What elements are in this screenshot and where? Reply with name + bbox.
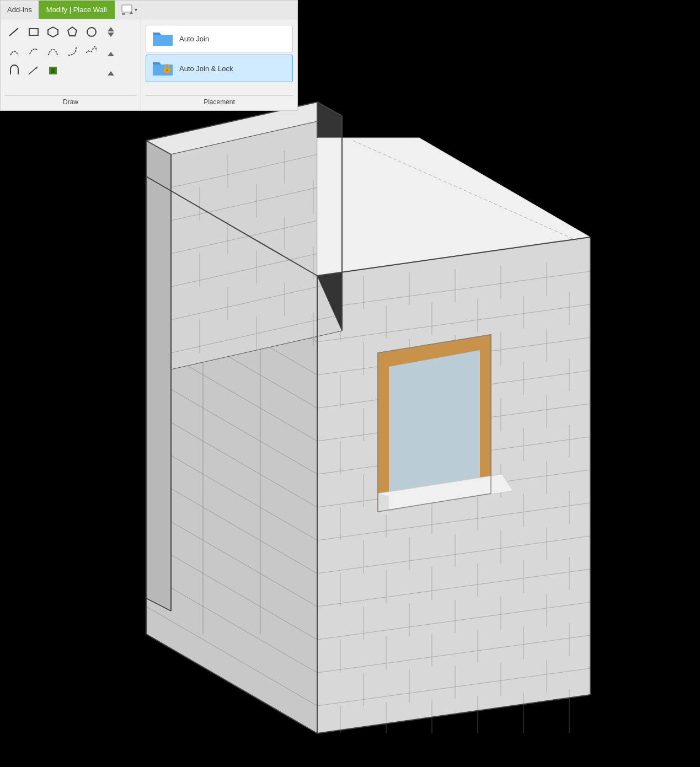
svg-point-165	[87, 28, 96, 36]
tool-pentagon[interactable]	[63, 23, 82, 41]
placement-section: Auto Join	[141, 19, 297, 110]
svg-marker-164	[68, 27, 77, 36]
tab-dropdown[interactable]: ▾	[118, 2, 141, 18]
svg-marker-167	[108, 33, 114, 37]
svg-rect-159	[122, 13, 125, 15]
tool-polygon[interactable]	[44, 23, 62, 41]
tool-empty-2	[82, 61, 101, 80]
dropdown-arrow: ▾	[135, 7, 137, 13]
tool-partial-ellipse[interactable]	[5, 61, 24, 80]
tool-arc-tangent[interactable]	[44, 42, 62, 61]
tool-more-arcs[interactable]	[101, 42, 120, 61]
draw-tools	[5, 23, 136, 80]
tool-more-shapes[interactable]	[101, 23, 120, 41]
draw-section: Draw	[1, 19, 141, 110]
svg-rect-174	[153, 35, 173, 46]
auto-join-button[interactable]: Auto Join	[146, 25, 293, 52]
svg-marker-140	[378, 494, 389, 516]
tool-spline[interactable]	[82, 42, 101, 61]
tool-circle[interactable]	[82, 23, 101, 41]
draw-label: Draw	[5, 95, 136, 108]
tool-line[interactable]	[5, 23, 24, 41]
tool-more-row3[interactable]	[101, 61, 120, 80]
tool-arc-center[interactable]	[24, 42, 43, 61]
auto-join-label: Auto Join	[179, 35, 209, 43]
tool-arc-start[interactable]	[5, 42, 24, 61]
auto-join-lock-label: Auto Join & Lock	[179, 65, 233, 73]
tool-arc-fillet[interactable]	[63, 42, 82, 61]
toolbar-tabs: Add-Ins Modify | Place Wall ▾	[1, 1, 297, 19]
auto-join-lock-button[interactable]: Auto Join & Lock	[146, 55, 293, 82]
tab-modify-place-wall[interactable]: Modify | Place Wall	[39, 1, 115, 19]
svg-rect-158	[122, 5, 132, 12]
tool-pick-element[interactable]	[44, 61, 62, 80]
svg-rect-172	[51, 68, 55, 73]
svg-marker-173	[108, 71, 114, 76]
toolbar: Add-Ins Modify | Place Wall ▾	[0, 0, 298, 111]
svg-marker-163	[48, 27, 58, 37]
tab-addins[interactable]: Add-Ins	[1, 1, 39, 19]
tool-empty-1	[63, 61, 82, 80]
tool-pick-lines[interactable]	[24, 61, 43, 80]
svg-rect-162	[29, 29, 38, 35]
svg-marker-168	[108, 52, 114, 56]
svg-marker-132	[146, 141, 171, 611]
placement-buttons: Auto Join	[146, 23, 293, 82]
svg-marker-138	[389, 350, 480, 496]
auto-join-lock-icon	[152, 58, 174, 78]
svg-marker-166	[108, 27, 114, 31]
placement-label: Placement	[146, 95, 293, 108]
toolbar-body: Draw Auto Jo	[1, 19, 297, 110]
svg-line-161	[9, 28, 18, 36]
tool-rectangle[interactable]	[24, 23, 43, 41]
svg-rect-178	[167, 70, 168, 72]
auto-join-icon	[152, 29, 174, 49]
